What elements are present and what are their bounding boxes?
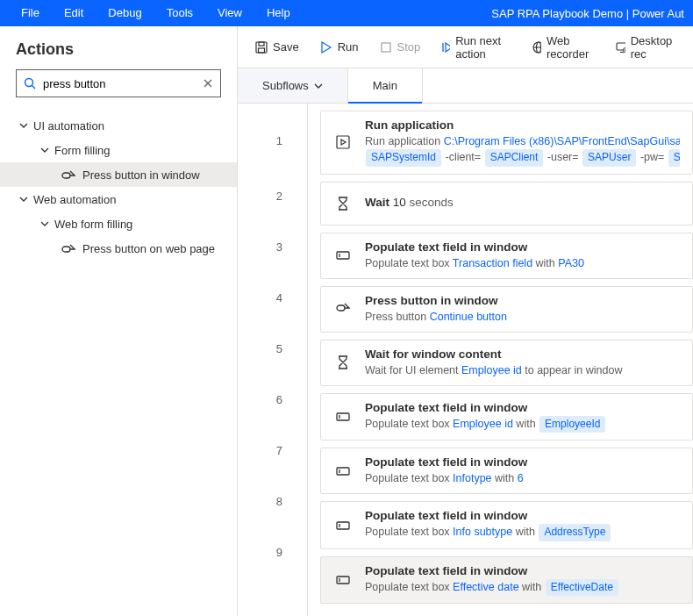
step-body: Press button in windowPress button Conti… [365, 294, 680, 325]
tree-web-automation[interactable]: Web automation [0, 187, 237, 211]
run-button[interactable]: Run [311, 35, 368, 59]
desktop-recorder-button[interactable]: Desktop rec [607, 29, 684, 66]
run-next-label: Run next action [455, 34, 511, 61]
step-body: Wait for window contentWait for UI eleme… [365, 347, 680, 378]
tree-label: Press button on web page [82, 242, 215, 255]
step-desc: Populate text box Effective date with Ef… [365, 579, 680, 596]
textbox-icon [333, 464, 353, 478]
step-desc: Populate text box Transaction field with… [365, 255, 680, 271]
editor-pane: Save Run Stop Run next action Web record… [238, 26, 693, 616]
menu-help[interactable]: Help [254, 0, 303, 26]
menu-file[interactable]: File [9, 0, 52, 26]
step-desc: Populate text box Infotype with 6 [365, 470, 680, 486]
textbox-icon [333, 573, 353, 587]
tree-label: Web form filling [54, 218, 132, 231]
actions-tree: UI automation Form filling Press button … [0, 110, 237, 616]
textbox-icon [333, 248, 353, 262]
line-number: 7 [238, 425, 307, 476]
hourglass-icon [333, 355, 353, 369]
tree-label: Web automation [33, 193, 116, 206]
line-number: 8 [238, 476, 307, 526]
step-body: Wait 10 seconds [365, 196, 680, 211]
line-number: 4 [238, 272, 307, 323]
actions-header: Actions [0, 26, 237, 69]
step-card[interactable]: Press button in windowPress button Conti… [320, 286, 693, 333]
press-button-icon [60, 169, 77, 180]
step-card[interactable]: Populate text field in windowPopulate te… [320, 448, 693, 494]
menu-debug[interactable]: Debug [96, 0, 154, 26]
step-desc-line2: SAPSystemId -client= SAPClient -user= SA… [365, 149, 680, 166]
tree-press-button-webpage[interactable]: Press button on web page [0, 236, 237, 261]
variable-chip: SAPUser [582, 149, 636, 166]
chevron-down-icon [39, 147, 51, 153]
actions-search-input[interactable] [43, 77, 196, 90]
step-desc: Wait for UI element Employee id to appea… [365, 362, 680, 378]
actions-sidebar: Actions UI automation Form filling Press… [0, 26, 238, 616]
web-recorder-button[interactable]: Web recorder [524, 29, 604, 66]
step-card[interactable]: Populate text field in windowPopulate te… [320, 556, 693, 604]
chevron-down-icon [39, 221, 51, 226]
menu-view[interactable]: View [205, 0, 254, 26]
press-button-icon [60, 243, 77, 254]
editor-toolbar: Save Run Stop Run next action Web record… [238, 26, 693, 68]
actions-search[interactable] [16, 69, 221, 97]
play-box-icon [333, 135, 353, 149]
variable-chip: AddressType [539, 524, 611, 541]
insert-indicator [320, 611, 693, 616]
stop-label: Stop [397, 40, 421, 54]
tree-label: Form filling [54, 144, 111, 157]
tree-ui-automation[interactable]: UI automation [0, 113, 237, 138]
save-button[interactable]: Save [246, 35, 308, 59]
chevron-down-icon [314, 83, 323, 89]
variable-chip: SAPClient [485, 149, 544, 166]
tree-form-filling[interactable]: Form filling [0, 138, 237, 162]
step-title: Run application [365, 118, 680, 132]
steps-list: Run applicationRun application C:\Progra… [308, 104, 693, 616]
step-title: Populate text field in window [365, 564, 680, 577]
run-next-button[interactable]: Run next action [432, 29, 520, 66]
variable-chip: EmployeeId [539, 416, 605, 433]
search-icon [24, 77, 36, 90]
textbox-icon [333, 519, 353, 533]
menu-edit[interactable]: Edit [52, 0, 96, 26]
textbox-icon [333, 410, 353, 424]
step-body: Populate text field in windowPopulate te… [365, 401, 680, 433]
clear-search-icon[interactable] [203, 78, 213, 89]
main-label: Main [373, 79, 397, 92]
step-title: Populate text field in window [365, 240, 680, 254]
step-card[interactable]: Populate text field in windowPopulate te… [320, 393, 693, 441]
step-card[interactable]: Populate text field in windowPopulate te… [320, 501, 693, 548]
step-card[interactable]: Run applicationRun application C:\Progra… [320, 111, 693, 175]
run-label: Run [338, 40, 359, 54]
tabstrip: Subflows Main [238, 68, 693, 104]
tree-press-button-window[interactable]: Press button in window [0, 162, 237, 187]
step-body: Populate text field in windowPopulate te… [365, 564, 680, 596]
step-desc: Populate text box Employee id with Emplo… [365, 416, 680, 433]
step-title: Press button in window [365, 294, 680, 307]
chevron-down-icon [18, 123, 30, 128]
tree-web-form-filling[interactable]: Web form filling [0, 211, 237, 236]
line-number: 1 [238, 111, 307, 170]
variable-chip: SAPPas [668, 149, 680, 166]
step-body: Populate text field in windowPopulate te… [365, 455, 680, 486]
line-gutter: 123456789 [238, 104, 308, 616]
menu-tools[interactable]: Tools [154, 0, 205, 26]
tree-label: UI automation [33, 119, 104, 133]
step-desc: Run application C:\Program Files (x86)\S… [365, 133, 680, 149]
subflows-tab[interactable]: Subflows [238, 68, 348, 103]
press-icon [333, 302, 353, 316]
line-number: 2 [238, 170, 307, 221]
step-card[interactable]: Wait for window contentWait for UI eleme… [320, 340, 693, 386]
web-recorder-label: Web recorder [547, 34, 595, 61]
save-label: Save [273, 40, 299, 54]
subflows-label: Subflows [262, 79, 309, 92]
step-card[interactable]: Wait 10 seconds [320, 182, 693, 226]
step-card[interactable]: Populate text field in windowPopulate te… [320, 233, 693, 279]
main-tab[interactable]: Main [348, 68, 423, 103]
step-desc: Populate text box Info subtype with Addr… [365, 524, 680, 541]
step-desc: Press button Continue button [365, 309, 680, 325]
hourglass-icon [333, 197, 353, 211]
line-number: 5 [238, 323, 307, 374]
step-body: Run applicationRun application C:\Progra… [365, 118, 680, 167]
step-title: Wait 10 seconds [365, 196, 680, 209]
